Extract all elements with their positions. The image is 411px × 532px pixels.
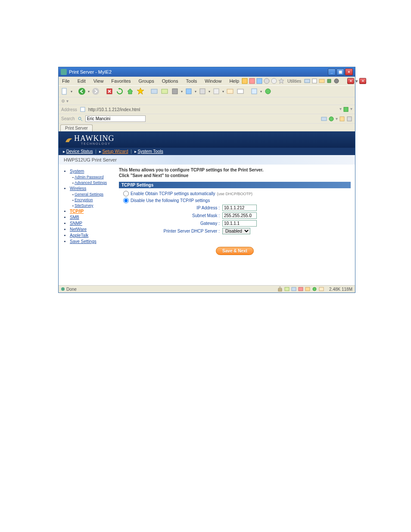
sidebar-save-settings[interactable]: Save Settings [70,239,97,244]
new-icon[interactable] [60,87,69,96]
svg-point-38 [313,287,316,291]
tab-row: Print Server [59,123,355,131]
mr-icon-7[interactable] [311,78,318,84]
svg-point-3 [264,78,269,84]
tb-icon-i[interactable] [250,87,258,96]
svg-rect-23 [252,89,257,94]
svg-rect-36 [299,287,303,291]
nav-system-tools[interactable]: System Tools [137,149,163,154]
svg-rect-22 [237,89,243,93]
sidebar-appletalk[interactable]: AppleTalk [70,233,88,238]
radio-manual[interactable] [123,198,129,203]
tb-icon-c[interactable] [171,87,179,96]
forward-icon[interactable] [91,87,100,96]
tb-icon-f[interactable] [212,87,221,96]
star-icon[interactable] [278,78,284,84]
menu-options[interactable]: Options [160,78,180,84]
panel-close-button-2[interactable]: × [359,78,366,84]
search-icon [78,116,83,121]
dhcp-select[interactable]: Disabled [222,228,250,234]
sub-toolbar: ⚙ ▾ [59,97,355,105]
svg-rect-1 [249,78,255,84]
svg-rect-32 [347,117,352,121]
back-icon[interactable] [78,87,86,96]
sb-icon-2[interactable] [328,116,334,122]
sidebar-snmp[interactable]: SNMP [70,221,82,226]
menubar-left: File Edit View Favorites Groups Options … [60,78,241,84]
search-input[interactable] [85,115,146,122]
menu-edit[interactable]: Edit [76,78,87,84]
svg-rect-34 [285,287,289,291]
sb-icon-4[interactable] [346,116,352,122]
sidebar-tcpip[interactable]: TCP/IP [70,209,84,214]
addr-icon-2[interactable] [343,106,349,112]
radio-auto[interactable] [123,191,129,196]
minimize-button[interactable]: _ [328,68,336,75]
mr-icon-6[interactable] [304,78,310,84]
status-dot-icon [61,287,65,291]
refresh-icon[interactable] [115,87,124,96]
maximize-button[interactable]: ▣ [336,68,344,75]
sidebar-admin-password[interactable]: Admin Password [75,175,104,179]
sidebar: System Admin Password Advanced Settings … [59,165,115,285]
svg-rect-2 [257,78,262,84]
sb-ico-3 [298,286,303,292]
gateway-label: Gateway : [123,221,222,226]
ip-input[interactable] [222,205,257,211]
menu-file[interactable]: File [60,78,72,84]
sb-icon-3[interactable] [339,116,345,122]
svg-point-4 [271,78,277,84]
gear-icon[interactable] [333,78,339,84]
tb-icon-a[interactable] [150,87,159,96]
address-value[interactable]: http://10.1.1.212/index.html [88,107,337,112]
favorites-icon[interactable] [136,87,145,96]
tb-icon-j[interactable] [264,87,272,96]
nav-device-status[interactable]: Device Status [66,149,93,154]
sidebar-netware[interactable]: NetWare [70,227,87,232]
mask-label: Subnet Mask : [123,213,222,218]
home-icon[interactable] [126,87,134,96]
sidebar-general-settings[interactable]: General Settings [75,192,103,196]
panel-close-button[interactable]: × [347,78,354,84]
stop-icon[interactable] [105,87,114,96]
search-bar: Search ▾ [59,114,355,123]
svg-rect-25 [81,107,85,112]
radio-auto-hint: (use DHCP/BOOTP) [217,192,252,196]
mask-input[interactable] [222,212,257,219]
mr-icon-9[interactable] [326,78,332,84]
go-icon[interactable]: ▾ [339,106,342,112]
address-label: Address [61,107,77,112]
sidebar-advanced-settings[interactable]: Advanced Settings [75,180,107,185]
gateway-input[interactable] [222,220,257,227]
sidebar-smb[interactable]: SMB [70,215,79,220]
tb-icon-h[interactable] [236,87,245,96]
close-button[interactable]: × [345,68,353,75]
nav-setup-wizard[interactable]: Setup Wizard [102,149,128,154]
menu-favorites[interactable]: Favorites [109,78,132,84]
menu-view[interactable]: View [92,78,106,84]
mr-icon-8[interactable] [319,78,325,84]
radio-auto-label: Enable Obtain TCP/IP settings automatica… [131,191,215,196]
menu-groups[interactable]: Groups [137,78,156,84]
mr-icon-4[interactable] [264,78,270,84]
menu-help[interactable]: Help [227,78,241,84]
svg-rect-19 [200,89,205,94]
tb-icon-b[interactable] [160,87,169,96]
mr-icon-5[interactable] [271,78,277,84]
tb-icon-e[interactable] [198,87,207,96]
mr-icon-1[interactable] [242,78,248,84]
menu-tools[interactable]: Tools [184,78,199,84]
tb-icon-g[interactable] [226,87,234,96]
sub-toolbar-icon[interactable]: ⚙ ▾ [61,99,68,103]
sidebar-system[interactable]: System [70,169,84,174]
mr-icon-3[interactable] [256,78,262,84]
menu-window[interactable]: Window [203,78,223,84]
mr-icon-2[interactable] [249,78,255,84]
sidebar-site-survey[interactable]: SiteSurvey [75,203,93,208]
save-next-button[interactable]: Save & Next [216,247,254,255]
tb-icon-d[interactable] [184,87,193,96]
sb-icon-1[interactable] [321,116,327,122]
sidebar-wireless[interactable]: Wireless [70,186,86,191]
page-tab[interactable]: Print Server [60,124,93,131]
sidebar-encryption[interactable]: Encryption [75,198,93,202]
